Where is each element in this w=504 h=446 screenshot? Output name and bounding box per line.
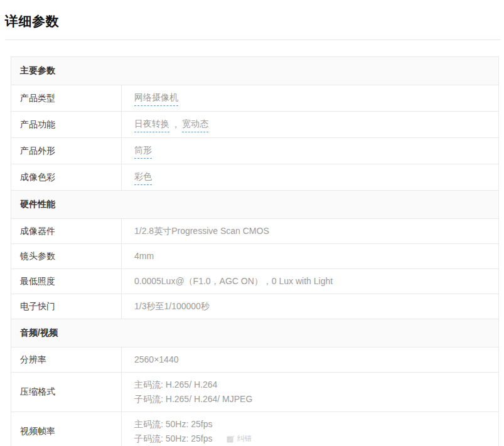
spec-row: 视频帧率主码流: 50Hz: 25fps子码流: 50Hz: 25fps纠错 [11,412,498,446]
spec-table: 主要参数产品类型网络摄像机产品功能日夜转换，宽动态产品外形筒形成像色彩彩色硬件性… [11,56,499,446]
spec-value-line: 1/2.8英寸Progressive Scan CMOS [134,224,498,238]
spec-label-cell: 成像器件 [11,219,122,243]
spec-label-cell: 镜头参数 [11,244,122,268]
spec-label: 镜头参数 [20,251,55,262]
spec-label-cell: 产品外形 [11,138,122,164]
spec-row: 成像色彩彩色 [11,164,498,191]
section-header: 音频/视频 [11,319,498,348]
spec-label-cell: 最低照度 [11,269,122,294]
spec-label-cell: 产品类型 [11,85,122,111]
spec-value-line: 筒形 [134,143,498,159]
spec-label: 产品类型 [20,93,55,104]
spec-value-link[interactable]: 网络摄像机 [134,90,178,106]
product-detail-page: 详细参数 主要参数产品类型网络摄像机产品功能日夜转换，宽动态产品外形筒形成像色彩… [0,13,504,446]
spec-value-cell: 2560×1440 [122,348,498,372]
spec-row: 电子快门1/3秒至1/100000秒 [11,294,498,319]
page-title: 详细参数 [5,13,504,30]
spec-row: 产品外形筒形 [11,138,498,164]
edit-icon [227,435,235,443]
spec-value-cell: 1/3秒至1/100000秒 [122,294,498,319]
error-correction-link[interactable]: 纠错 [227,432,252,446]
spec-value-line: 4mm [134,249,498,263]
spec-value-cell: 日夜转换，宽动态 [122,112,498,137]
spec-label-cell: 电子快门 [11,294,122,319]
spec-value-text: 主码流: H.265/ H.264 [134,378,217,392]
spec-value-cell: 彩色 [122,164,498,190]
spec-value-cell: 筒形 [122,138,498,164]
spec-label: 最低照度 [20,276,55,287]
spec-label: 成像器件 [20,226,55,237]
section-header: 主要参数 [11,57,498,85]
spec-row: 最低照度0.0005Lux@（F1.0，AGC ON），0 Lux with L… [11,269,498,294]
spec-label-cell: 产品功能 [11,112,122,137]
section-title: 硬件性能 [20,199,55,210]
spec-label-cell: 分辨率 [11,348,122,372]
title-divider [5,40,500,40]
spec-row: 产品功能日夜转换，宽动态 [11,112,498,138]
spec-value-line: 1/3秒至1/100000秒 [134,299,498,314]
spec-value-cell: 网络摄像机 [122,85,498,111]
spec-value-line: 主码流: 50Hz: 25fps [134,417,498,432]
spec-label: 电子快门 [20,301,55,312]
spec-value-text: 1/3秒至1/100000秒 [134,299,210,314]
spec-value-link[interactable]: 筒形 [134,143,152,159]
spec-row: 成像器件1/2.8英寸Progressive Scan CMOS [11,219,498,244]
spec-value-separator: ， [171,117,180,132]
spec-label: 视频帧率 [20,426,55,437]
spec-value-link[interactable]: 宽动态 [182,117,208,132]
spec-row: 镜头参数4mm [11,244,498,269]
spec-value-text: 子码流: 50Hz: 25fps [134,432,213,446]
spec-value-link[interactable]: 日夜转换 [134,117,169,132]
spec-label-cell: 压缩格式 [11,373,122,411]
spec-label-cell: 视频帧率 [11,412,122,446]
spec-value-text: 0.0005Lux@（F1.0，AGC ON），0 Lux with Light [134,274,333,289]
spec-value-line: 日夜转换，宽动态 [134,117,498,132]
spec-row: 产品类型网络摄像机 [11,85,498,112]
spec-value-line: 2560×1440 [134,353,498,367]
section-header: 硬件性能 [11,191,498,219]
spec-value-text: 1/2.8英寸Progressive Scan CMOS [134,224,269,238]
spec-value-cell: 4mm [122,244,498,268]
section-title: 音频/视频 [20,327,58,339]
spec-value-line: 网络摄像机 [134,90,498,106]
spec-value-cell: 主码流: 50Hz: 25fps子码流: 50Hz: 25fps纠错 [122,412,498,446]
spec-label: 成像色彩 [20,172,55,183]
spec-value-cell: 主码流: H.265/ H.264子码流: H.265/ H.264/ MJPE… [122,373,498,411]
spec-value-line: 主码流: H.265/ H.264 [134,378,498,392]
spec-row: 分辨率2560×1440 [11,348,498,373]
spec-label: 压缩格式 [20,386,55,398]
spec-value-line: 子码流: H.265/ H.264/ MJPEG [134,392,498,406]
spec-value-link[interactable]: 彩色 [134,169,152,185]
spec-label: 产品外形 [20,146,55,157]
spec-value-text: 4mm [134,249,154,263]
spec-label: 产品功能 [20,119,55,130]
spec-label-cell: 成像色彩 [11,164,122,190]
spec-row: 压缩格式主码流: H.265/ H.264子码流: H.265/ H.264/ … [11,373,498,412]
section-title: 主要参数 [20,65,55,77]
spec-value-line: 子码流: 50Hz: 25fps纠错 [134,432,498,446]
spec-value-line: 彩色 [134,169,498,185]
spec-value-cell: 0.0005Lux@（F1.0，AGC ON），0 Lux with Light [122,269,498,294]
spec-value-text: 子码流: H.265/ H.264/ MJPEG [134,392,252,406]
spec-label: 分辨率 [20,354,46,366]
error-correction-label: 纠错 [237,432,252,446]
spec-value-cell: 1/2.8英寸Progressive Scan CMOS [122,219,498,243]
spec-value-text: 2560×1440 [134,353,178,367]
spec-value-line: 0.0005Lux@（F1.0，AGC ON），0 Lux with Light [134,274,498,289]
spec-value-text: 主码流: 50Hz: 25fps [134,417,213,432]
